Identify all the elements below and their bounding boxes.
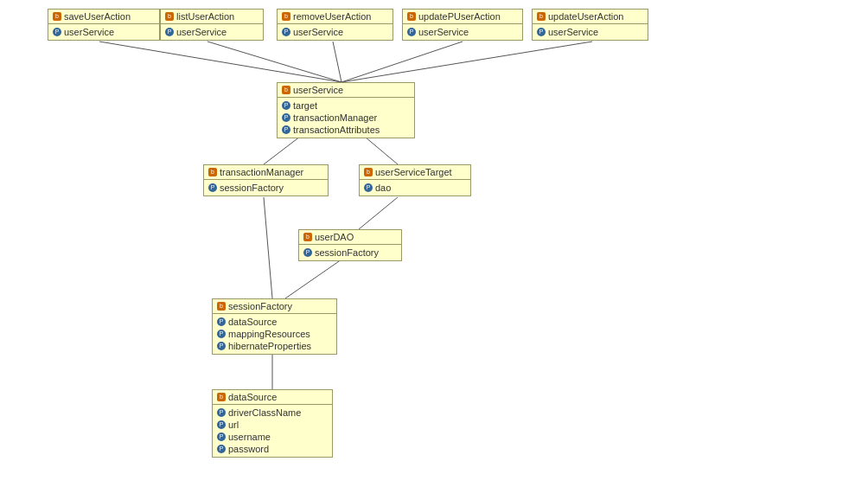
prop-label: mappingResources xyxy=(228,329,310,339)
bean-userDAO-header: b userDAO xyxy=(299,230,401,245)
prop-row: P userService xyxy=(282,26,388,38)
bean-removeUserAction: b removeUserAction P userService xyxy=(277,9,393,41)
prop-row: P hibernateProperties xyxy=(217,340,332,352)
bean-updateUserAction-label: updateUserAction xyxy=(548,11,623,22)
bean-icon: b xyxy=(53,12,61,21)
bean-icon: b xyxy=(217,302,226,311)
prop-label: driverClassName xyxy=(228,407,301,418)
bean-userDAO: b userDAO P sessionFactory xyxy=(298,229,402,261)
bean-listUserAction-label: listUserAction xyxy=(176,11,234,22)
prop-label: transactionAttributes xyxy=(293,125,380,135)
svg-line-8 xyxy=(264,197,272,298)
prop-icon: P xyxy=(217,433,226,441)
prop-label: userService xyxy=(64,27,114,37)
prop-label: userService xyxy=(176,27,227,37)
prop-icon: P xyxy=(208,183,217,192)
svg-line-0 xyxy=(99,42,341,82)
prop-icon: P xyxy=(282,113,290,122)
prop-row: P userService xyxy=(53,26,155,38)
svg-line-2 xyxy=(333,42,341,82)
bean-icon: b xyxy=(407,12,416,21)
prop-row: P transactionManager xyxy=(282,112,410,124)
prop-row: P username xyxy=(217,431,328,443)
bean-userServiceTarget: b userServiceTarget P dao xyxy=(359,164,471,196)
prop-row: P dao xyxy=(364,182,466,194)
prop-icon: P xyxy=(282,125,290,134)
prop-icon: P xyxy=(303,248,312,257)
prop-icon: P xyxy=(364,183,373,192)
prop-label: dataSource xyxy=(228,317,277,327)
prop-label: userService xyxy=(418,27,469,37)
prop-row: P sessionFactory xyxy=(208,182,323,194)
bean-saveUserAction-label: saveUserAction xyxy=(64,11,131,22)
prop-row: P password xyxy=(217,443,328,455)
prop-row: P mappingResources xyxy=(217,328,332,340)
bean-dataSource: b dataSource P driverClassName P url P u… xyxy=(212,389,333,458)
bean-updatePUserAction-header: b updatePUserAction xyxy=(403,10,522,24)
bean-icon: b xyxy=(282,86,290,94)
svg-line-7 xyxy=(359,197,398,229)
prop-row: P userService xyxy=(165,26,258,38)
bean-updatePUserAction-label: updatePUserAction xyxy=(418,11,501,22)
bean-dataSource-header: b dataSource xyxy=(213,390,332,405)
bean-removeUserAction-label: removeUserAction xyxy=(293,11,371,22)
prop-row: P transactionAttributes xyxy=(282,124,410,136)
prop-icon: P xyxy=(217,408,226,417)
bean-transactionManager-header: b transactionManager xyxy=(204,165,328,180)
bean-userService-header: b userService xyxy=(278,83,414,98)
prop-row: P userService xyxy=(407,26,518,38)
prop-row: P userService xyxy=(537,26,643,38)
prop-icon: P xyxy=(217,420,226,429)
bean-listUserAction-header: b listUserAction xyxy=(161,10,263,24)
bean-userDAO-label: userDAO xyxy=(315,232,354,242)
prop-icon: P xyxy=(165,28,174,36)
prop-label: userService xyxy=(293,27,343,37)
prop-icon: P xyxy=(217,317,226,326)
connection-lines xyxy=(0,0,868,487)
prop-row: P url xyxy=(217,419,328,431)
bean-userService-label: userService xyxy=(293,85,343,95)
prop-label: userService xyxy=(548,27,598,37)
bean-sessionFactory: b sessionFactory P dataSource P mappingR… xyxy=(212,298,337,355)
prop-icon: P xyxy=(217,445,226,453)
bean-updateUserAction-header: b updateUserAction xyxy=(533,10,648,24)
bean-icon: b xyxy=(165,12,174,21)
bean-updateUserAction: b updateUserAction P userService xyxy=(532,9,648,41)
diagram-container: b saveUserAction P userService b listUse… xyxy=(0,0,868,487)
prop-label: dao xyxy=(375,183,391,193)
bean-icon: b xyxy=(217,393,226,401)
prop-icon: P xyxy=(217,342,226,350)
bean-sessionFactory-header: b sessionFactory xyxy=(213,299,336,314)
prop-row: P dataSource xyxy=(217,316,332,328)
prop-label: target xyxy=(293,100,317,111)
prop-label: url xyxy=(228,420,239,430)
prop-label: sessionFactory xyxy=(315,247,379,258)
bean-icon: b xyxy=(537,12,546,21)
bean-listUserAction: b listUserAction P userService xyxy=(160,9,264,41)
bean-icon: b xyxy=(303,233,312,241)
svg-line-4 xyxy=(341,42,592,82)
prop-label: password xyxy=(228,444,269,454)
bean-saveUserAction: b saveUserAction P userService xyxy=(48,9,160,41)
prop-row: P target xyxy=(282,99,410,112)
prop-username: username xyxy=(228,432,271,442)
prop-icon: P xyxy=(53,28,61,36)
prop-icon: P xyxy=(282,28,290,36)
bean-saveUserAction-header: b saveUserAction xyxy=(48,10,159,24)
bean-userService: b userService P target P transactionMana… xyxy=(277,82,415,138)
svg-line-9 xyxy=(285,260,341,298)
bean-transactionManager-label: transactionManager xyxy=(220,167,303,177)
bean-updatePUserAction: b updatePUserAction P userService xyxy=(402,9,523,41)
bean-dataSource-label: dataSource xyxy=(228,392,277,402)
bean-transactionManager: b transactionManager P sessionFactory xyxy=(203,164,329,196)
prop-icon: P xyxy=(217,330,226,338)
prop-label: hibernateProperties xyxy=(228,341,311,351)
prop-icon: P xyxy=(282,101,290,110)
prop-label: transactionManager xyxy=(293,112,377,123)
bean-icon: b xyxy=(208,168,217,176)
prop-icon: P xyxy=(537,28,546,36)
bean-icon: b xyxy=(364,168,373,176)
bean-icon: b xyxy=(282,12,290,21)
svg-line-1 xyxy=(207,42,341,82)
bean-removeUserAction-header: b removeUserAction xyxy=(278,10,393,24)
